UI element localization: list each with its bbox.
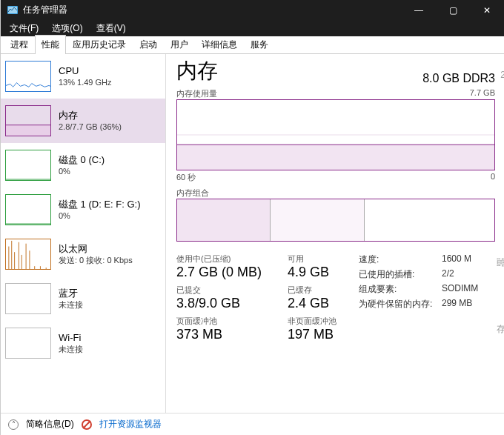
app-icon [7, 4, 19, 16]
open-resmon-link[interactable]: 打开资源监视器 [99, 418, 162, 431]
nonpaged-value: 197 MB [288, 327, 354, 342]
disk-thumb [5, 150, 51, 181]
sidebar-text: 内存 2.8/7.7 GB (36%) [59, 109, 122, 133]
paged-label: 页面缓冲池 [176, 316, 288, 327]
bluetooth-thumb [5, 283, 51, 314]
window-title: 任务管理器 [23, 4, 402, 16]
content-area: CPU 13% 1.49 GHz 内存 2.8/7.7 GB (36%) [1, 54, 504, 413]
avail-value: 4.9 GB [288, 265, 354, 280]
detail-slots: 已使用的插槽: 2/2 [359, 268, 495, 281]
svg-rect-17 [177, 145, 494, 170]
commit-label: 已提交 [176, 285, 288, 296]
sidebar-text: 磁盘 0 (C:) 0% [59, 153, 105, 177]
resmon-icon [82, 419, 92, 430]
sidebar-item-label: Wi-Fi [59, 331, 83, 345]
edge-hint: 2 [500, 70, 504, 80]
menubar: 文件(F) 选项(O) 查看(V) [1, 20, 504, 36]
sidebar-item-label: 以太网 [59, 242, 133, 256]
minimize-button[interactable]: — [402, 0, 436, 20]
detail-hwreserved: 为硬件保留的内存: 299 MB [359, 298, 495, 311]
edge-hint: 存 [497, 323, 504, 336]
xaxis-left: 60 秒 [176, 172, 196, 183]
menu-options[interactable]: 选项(O) [46, 21, 88, 36]
disk-thumb [5, 194, 51, 225]
close-button[interactable]: ✕ [470, 0, 504, 20]
installed-memory: 8.0 GB DDR3 [422, 72, 495, 85]
metrics-col-left: 使用中(已压缩) 2.7 GB (0 MB) 已提交 3.8/9.0 GB 页面… [176, 252, 288, 347]
sidebar-item-memory[interactable]: 内存 2.8/7.7 GB (36%) [1, 99, 165, 143]
tab-startup[interactable]: 启动 [133, 35, 164, 54]
sidebar-item-sub: 2.8/7.7 GB (36%) [59, 122, 122, 133]
nonpaged-label: 非页面缓冲池 [288, 316, 354, 327]
sidebar-item-sub: 发送: 0 接收: 0 Kbps [59, 255, 133, 266]
sidebar-item-sub: 0% [59, 166, 105, 177]
heading: 内存 8.0 GB DDR3 [176, 57, 495, 85]
avail-label: 可用 [288, 253, 354, 265]
memory-thumb [5, 105, 51, 136]
sidebar-item-wifi[interactable]: Wi-Fi 未连接 [1, 321, 165, 365]
sidebar-item-bluetooth[interactable]: 蓝牙 未连接 [1, 276, 165, 321]
sidebar-item-ethernet[interactable]: 以太网 发送: 0 接收: 0 Kbps [1, 232, 165, 276]
memory-slot-graph[interactable] [176, 199, 495, 242]
tabstrip: 进程 性能 应用历史记录 启动 用户 详细信息 服务 [1, 36, 504, 54]
detail-speed: 速度: 1600 M [359, 253, 495, 266]
sidebar-item-sub: 未连接 [59, 299, 83, 311]
detail-formfactor: 组成要素: SODIMM [359, 283, 495, 296]
tab-users[interactable]: 用户 [164, 35, 195, 54]
xaxis: 60 秒 0 [176, 172, 495, 183]
task-manager-window: 任务管理器 — ▢ ✕ 文件(F) 选项(O) 查看(V) 进程 性能 应用历史… [0, 0, 504, 435]
cpu-thumb [5, 61, 51, 92]
sidebar-item-label: 蓝牙 [59, 287, 83, 300]
svg-rect-2 [6, 125, 50, 136]
sidebar: CPU 13% 1.49 GHz 内存 2.8/7.7 GB (36%) [1, 54, 166, 413]
sidebar-item-sub: 未连接 [59, 344, 83, 355]
sidebar-text: 磁盘 1 (D: E: F: G:) 0% [59, 198, 141, 222]
cached-label: 已缓存 [288, 285, 354, 296]
page-title: 内存 [176, 57, 218, 85]
tab-apphistory[interactable]: 应用历史记录 [66, 35, 133, 54]
usage-max-label: 7.7 GB [470, 88, 495, 99]
memory-usage-graph[interactable] [176, 99, 495, 170]
footer: ˄ 简略信息(D) 打开资源监视器 [1, 413, 504, 435]
metrics: 使用中(已压缩) 2.7 GB (0 MB) 已提交 3.8/9.0 GB 页面… [176, 252, 495, 347]
cached-value: 2.4 GB [288, 296, 354, 311]
sidebar-item-label: 磁盘 1 (D: E: F: G:) [59, 198, 141, 211]
sidebar-item-disk0[interactable]: 磁盘 0 (C:) 0% [1, 143, 165, 187]
sidebar-item-label: 磁盘 0 (C:) [59, 153, 105, 167]
metrics-col-mid: 可用 4.9 GB 已缓存 2.4 GB 非页面缓冲池 197 MB [288, 252, 354, 347]
tab-details[interactable]: 详细信息 [195, 35, 244, 54]
main-pane: 内存 8.0 GB DDR3 内存使用量 7.7 GB 60 秒 0 内存组合 [166, 54, 504, 413]
fewer-details-link[interactable]: 简略信息(D) [26, 418, 74, 431]
maximize-button[interactable]: ▢ [436, 0, 470, 20]
sidebar-text: 蓝牙 未连接 [59, 287, 83, 311]
tab-performance[interactable]: 性能 [35, 35, 66, 54]
slots-label: 内存组合 [176, 187, 209, 199]
inuse-label: 使用中(已压缩) [176, 253, 288, 265]
paged-value: 373 MB [176, 327, 288, 342]
sidebar-text: 以太网 发送: 0 接收: 0 Kbps [59, 242, 133, 266]
slots-label-row: 内存组合 [176, 187, 495, 199]
sidebar-text: Wi-Fi 未连接 [59, 331, 83, 355]
sidebar-item-label: CPU [59, 64, 112, 78]
usage-label-row: 内存使用量 7.7 GB [176, 88, 495, 99]
sidebar-item-sub: 0% [59, 210, 141, 222]
commit-value: 3.8/9.0 GB [176, 296, 288, 311]
edge-hint: 嚚 [497, 256, 504, 269]
sidebar-item-label: 内存 [59, 109, 122, 122]
sidebar-item-cpu[interactable]: CPU 13% 1.49 GHz [1, 54, 165, 99]
sidebar-text: CPU 13% 1.49 GHz [59, 64, 112, 88]
titlebar: 任务管理器 — ▢ ✕ [1, 0, 504, 20]
menu-file[interactable]: 文件(F) [4, 21, 44, 36]
tab-services[interactable]: 服务 [244, 35, 275, 54]
ethernet-thumb [5, 239, 51, 270]
tab-processes[interactable]: 进程 [4, 35, 35, 54]
usage-label: 内存使用量 [176, 88, 217, 99]
sidebar-item-sub: 13% 1.49 GHz [59, 77, 112, 88]
sidebar-item-disk1[interactable]: 磁盘 1 (D: E: F: G:) 0% [1, 187, 165, 232]
inuse-value: 2.7 GB (0 MB) [176, 265, 288, 280]
xaxis-right: 0 [491, 172, 495, 183]
metrics-col-details: 速度: 1600 M 已使用的插槽: 2/2 组成要素: SODIMM 为硬件保… [354, 252, 495, 347]
menu-view[interactable]: 查看(V) [90, 21, 132, 36]
wifi-thumb [5, 328, 51, 359]
chevron-up-icon[interactable]: ˄ [8, 419, 19, 430]
